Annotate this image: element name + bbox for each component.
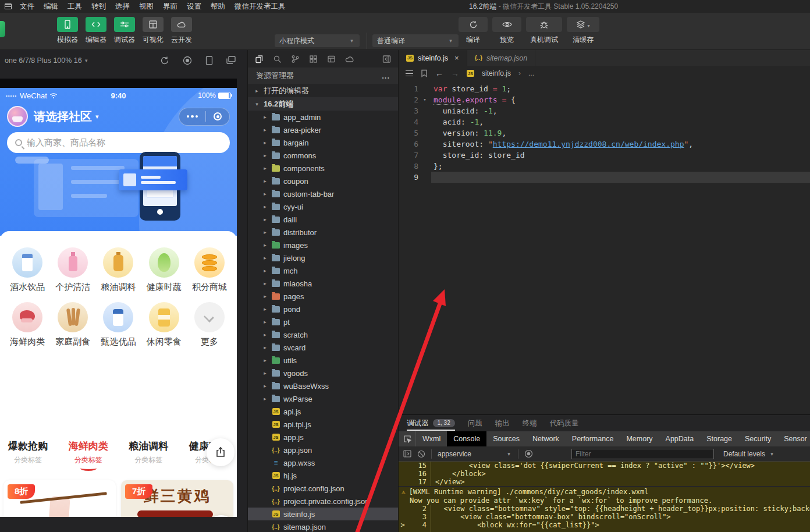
tree-file-app-js[interactable]: app.js [248, 431, 398, 444]
cloud-dev-button[interactable]: 云开发 [168, 17, 196, 45]
git-branch-icon[interactable] [291, 55, 300, 63]
category-points-mall[interactable]: 积分商城 [187, 247, 232, 293]
sidebar-toggle-icon[interactable] [403, 450, 411, 457]
visualization-toggle-button[interactable]: 可视化 [139, 17, 167, 45]
menu-tools[interactable]: 工具 [63, 0, 87, 13]
tab-terminal[interactable]: 终端 [523, 415, 537, 431]
tree-folder-pt[interactable]: pt [248, 315, 398, 328]
device-select[interactable]: one 6/7/8 Plus 100% 16 [5, 56, 82, 65]
tree-file-sitemap-json[interactable]: sitemap.json [248, 520, 398, 532]
tab-output[interactable]: 输出 [495, 415, 510, 431]
tree-file-api-js[interactable]: api.js [248, 405, 398, 418]
remote-debug-button[interactable]: 真机调试 [526, 17, 562, 45]
compile-mode-select[interactable]: 普通编译 [372, 34, 459, 47]
tree-folder-commons[interactable]: commons [248, 149, 398, 162]
log-levels-select[interactable]: Default levels [723, 450, 775, 458]
devtools-tab-performance[interactable]: Performance [566, 431, 620, 446]
product-card-chicken[interactable]: 7折 鲜三黄鸡 [121, 480, 233, 517]
devtools-tab-sources[interactable]: Sources [486, 431, 526, 446]
files-icon[interactable] [255, 55, 264, 63]
device-frame-icon[interactable] [205, 56, 213, 65]
promo-banner[interactable] [0, 157, 237, 236]
community-selector[interactable]: 请选择社区 [34, 109, 92, 125]
breadcrumb-more[interactable] [528, 69, 534, 77]
inspect-element-icon[interactable] [399, 431, 416, 446]
close-target-icon[interactable] [214, 112, 222, 120]
layout-icon[interactable] [327, 55, 336, 63]
collapse-panel-icon[interactable] [382, 55, 391, 63]
category-grain-oil[interactable]: 粮油调料 [95, 247, 141, 293]
tree-folder-pages[interactable]: pages [248, 290, 398, 303]
share-button[interactable] [207, 438, 235, 466]
tree-folder-wxParse[interactable]: wxParse [248, 392, 398, 405]
tab-siteinfo-js[interactable]: siteinfo.js [399, 50, 467, 66]
devtools-tab-wxml[interactable]: Wxml [416, 431, 447, 446]
tree-folder-wuBaseWxss[interactable]: wuBaseWxss [248, 380, 398, 392]
tree-folder-scratch[interactable]: scratch [248, 328, 398, 341]
tab-problems[interactable]: 问题 [468, 415, 482, 431]
menu-file[interactable]: 文件 [15, 0, 39, 13]
menu-devtools[interactable]: 微信开发者工具 [230, 0, 290, 13]
preview-button[interactable]: 预览 [492, 17, 521, 45]
multi-window-icon[interactable] [226, 56, 236, 65]
eye-watch-icon[interactable] [524, 449, 533, 458]
tree-folder-daili[interactable]: daili [248, 213, 398, 226]
context-select[interactable]: appservice [438, 450, 512, 458]
simulator-toggle-button[interactable]: 模拟器 [54, 17, 81, 45]
wechat-capsule[interactable] [179, 108, 230, 126]
record-icon[interactable] [183, 56, 192, 65]
tree-file-project-config-json[interactable]: project.config.json [248, 482, 398, 495]
category-vegetables[interactable]: 健康时蔬 [141, 247, 187, 293]
devtools-tab-security[interactable]: Security [738, 431, 777, 446]
menu-interface[interactable]: 界面 [158, 0, 182, 13]
category-snacks[interactable]: 休闲零食 [141, 302, 187, 347]
product-card-fish[interactable]: 8折 [3, 480, 116, 517]
more-dots-icon[interactable] [187, 115, 198, 118]
category-family-food[interactable]: 家庭副食 [50, 302, 95, 347]
search-input[interactable]: 输入商家、商品名称 [7, 132, 230, 153]
community-avatar[interactable] [7, 106, 28, 127]
tag-seafood-meat-active[interactable]: 海鲜肉类分类标签 [69, 436, 108, 474]
tree-folder-cyy-ui[interactable]: cyy-ui [248, 200, 398, 213]
menu-view[interactable]: 视图 [134, 0, 158, 13]
section-project-root[interactable]: 16.2前端 [248, 97, 398, 111]
compile-button[interactable]: 编译 [459, 17, 488, 45]
search-icon[interactable] [273, 55, 282, 63]
tree-file-siteinfo-js-selected[interactable]: siteinfo.js [248, 508, 398, 520]
close-icon[interactable] [454, 54, 459, 62]
tree-folder-components[interactable]: components [248, 162, 398, 175]
tree-folder-images[interactable]: images [248, 239, 398, 251]
expandable-log-row[interactable]: >4 <block wx:for="{{cat_list}}"> [399, 521, 810, 529]
menu-select[interactable]: 选择 [111, 0, 134, 13]
section-open-editors[interactable]: 打开的编辑器 [248, 84, 398, 97]
tree-folder-jielong[interactable]: jielong [248, 251, 398, 264]
tree-folder-vgoods[interactable]: vgoods [248, 367, 398, 380]
tree-file-api-tpl-js[interactable]: api.tpl.js [248, 418, 398, 431]
tree-folder-app-admin[interactable]: app_admin [248, 111, 398, 123]
devtools-tab-appdata[interactable]: AppData [659, 431, 701, 446]
clear-console-icon[interactable] [417, 450, 425, 458]
tag-hot-sale[interactable]: 爆款抢购分类标签 [8, 436, 48, 474]
category-more[interactable]: 更多 [187, 302, 232, 347]
app-menu-icon[interactable] [5, 3, 12, 9]
breadcrumb-file[interactable]: siteinfo.js [482, 69, 511, 77]
tag-grain-oil[interactable]: 粮油调料分类标签 [129, 436, 168, 474]
tab-debugger[interactable]: 调试器1, 32 [407, 415, 455, 431]
tree-folder-utils[interactable]: utils [248, 354, 398, 367]
menu-settings[interactable]: 设置 [182, 0, 206, 13]
category-drinks[interactable]: 酒水饮品 [5, 247, 50, 293]
extensions-icon[interactable] [309, 55, 318, 63]
menu-edit[interactable]: 编辑 [39, 0, 63, 13]
menu-help[interactable]: 帮助 [206, 0, 230, 13]
tree-folder-distributor[interactable]: distributor [248, 226, 398, 239]
tree-folder-pond[interactable]: pond [248, 303, 398, 315]
nav-forward-icon[interactable] [451, 69, 459, 78]
console-filter-input[interactable] [571, 449, 714, 459]
tree-folder-area-picker[interactable]: area-picker [248, 123, 398, 136]
tab-code-quality[interactable]: 代码质量 [550, 415, 579, 431]
category-seafood-meat[interactable]: 海鲜肉类 [5, 302, 50, 347]
category-personal-care[interactable]: 个护清洁 [50, 247, 95, 293]
devtools-tab-memory[interactable]: Memory [620, 431, 659, 446]
more-actions-icon[interactable] [382, 72, 390, 80]
mode-select[interactable]: 小程序模式 [275, 34, 360, 47]
